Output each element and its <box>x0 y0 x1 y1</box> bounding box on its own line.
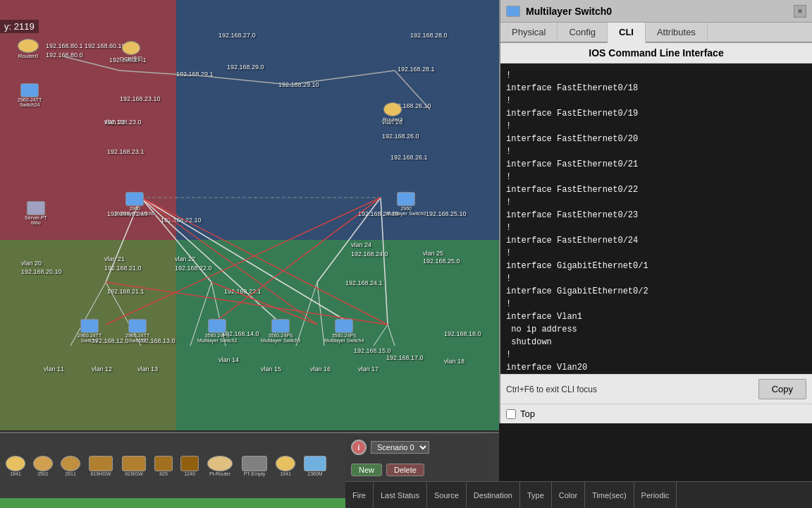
tab-attributes[interactable]: Attributes <box>646 23 708 42</box>
router-dce[interactable]: DCE接口 <box>120 41 143 63</box>
device-icon-ptrouter[interactable]: Pt-Router <box>204 456 236 476</box>
cli-header: IOS Command Line Interface <box>500 43 812 64</box>
ip-label-34: 192.168.24.1 <box>345 279 383 286</box>
ip-label-1: 192.168.60.10 <box>85 42 125 49</box>
ip-label-28: vlan 24 <box>351 241 371 248</box>
panel-device-icon <box>506 6 520 17</box>
status-type: Type <box>520 482 552 508</box>
ip-label-41: vlan 11 <box>44 365 64 373</box>
ip-label-0: 192.168.80.1 <box>46 42 83 49</box>
ip-label-8: 192.168.28.0 <box>410 32 448 39</box>
packet-icon: i <box>351 440 367 455</box>
ip-label-15: 192.168.23.1 <box>107 148 144 155</box>
router3-device[interactable]: Router3 <box>383 102 402 123</box>
multilayer-switch1[interactable]: 2960Multilayer Switch0 <box>386 192 426 216</box>
status-fire: Fire <box>345 482 374 508</box>
multilayer-switch0[interactable]: 2960Multilayer Switch0 <box>115 192 154 216</box>
scenario-row: i Scenario 0 <box>345 436 486 459</box>
ip-label-23: vlan 20 <box>21 260 42 267</box>
device-icon-1941b[interactable]: 1941 <box>273 456 298 476</box>
panel-title: Multilayer Switch0 <box>526 6 788 17</box>
status-source: Source <box>427 482 467 508</box>
device-icon-829[interactable]: 829 <box>152 456 176 476</box>
ip-label-39: 192.168.17.0 <box>386 354 424 361</box>
tab-config[interactable]: Config <box>558 23 608 42</box>
router0-device[interactable]: Router0 <box>18 39 39 59</box>
panel-close-button[interactable]: × <box>794 5 806 18</box>
ip-label-5: 192.168.29.0 <box>227 64 264 71</box>
device-icon-2360m[interactable]: 2360M <box>300 456 330 476</box>
ip-label-16: vlan 23 <box>104 119 125 126</box>
switch3-device[interactable]: 2960-24TTSwitch3 <box>125 319 149 343</box>
ip-label-30: vlan 25 <box>423 250 443 257</box>
ip-label-31: 192.168.25.0 <box>423 258 460 265</box>
delete-button[interactable]: Delete <box>386 464 424 476</box>
ip-label-33: 192.168.22.1 <box>224 288 262 295</box>
device-icon-819hgw[interactable]: 819HGW <box>85 456 116 476</box>
ip-label-10: 192.168.23.10 <box>120 95 161 102</box>
top-checkbox[interactable] <box>506 409 516 419</box>
ip-label-4: 192.168.27.0 <box>219 32 256 39</box>
cli-bottom-bar: Ctrl+F6 to exit CLI focus Copy <box>500 374 812 404</box>
device-icon-2501[interactable]: 2501 <box>30 456 56 476</box>
device-panel: Multilayer Switch0 × Physical Config CLI… <box>499 0 812 423</box>
cli-terminal[interactable]: ! interface FastEthernet0/18 ! interface… <box>500 64 812 374</box>
device-icon-819hgw2[interactable]: 819IGW <box>118 456 149 476</box>
scenario-select[interactable]: Scenario 0 <box>371 441 429 454</box>
ip-label-13: 192.168.26.1 <box>390 154 428 161</box>
switch2-device[interactable]: 2960-24TTSwitch2 <box>78 319 102 343</box>
copy-button[interactable]: Copy <box>758 379 806 399</box>
tab-physical[interactable]: Physical <box>500 23 558 42</box>
coords-label: y: 2119 <box>0 20 39 33</box>
panel-titlebar: Multilayer Switch0 × <box>500 0 812 23</box>
status-periodic: Periodic <box>634 482 677 508</box>
ip-label-21: 192.168.25.10 <box>426 210 467 217</box>
server-pt-device[interactable]: Server-PTblou <box>25 201 47 225</box>
cli-top-row: Top <box>500 404 812 423</box>
scenario-buttons: New Delete <box>345 459 486 481</box>
cli-hint: Ctrl+F6 to exit CLI focus <box>506 385 753 394</box>
ip-label-9: 192.168.28.1 <box>398 66 435 73</box>
status-destination: Destination <box>467 482 520 508</box>
ip-label-47: vlan 17 <box>358 365 379 373</box>
device-icon-1941[interactable]: 1941 <box>3 456 28 476</box>
device-icon-1240[interactable]: 1240 <box>178 456 202 476</box>
ip-label-46: vlan 16 <box>310 365 331 373</box>
ip-label-42: vlan 12 <box>92 365 112 373</box>
switch5-device[interactable]: 3560-24PSMultilayer Switch3 <box>261 319 300 343</box>
status-last: Last Status <box>374 482 427 508</box>
switch4-device[interactable]: 3560-24PSMultilayer Switch2 <box>197 319 237 343</box>
top-label: Top <box>520 409 535 419</box>
status-bar: Fire Last Status Source Destination Type… <box>345 481 812 508</box>
ip-label-7: 192.168.29.10 <box>278 81 319 88</box>
switch6-device[interactable]: 3560-24PSMultilayer Switch4 <box>324 319 364 343</box>
ip-label-24: vlan 21 <box>104 255 125 262</box>
ip-label-43: vlan 13 <box>137 365 158 373</box>
ip-label-25: 192.168.21.0 <box>104 265 142 272</box>
ip-label-2: 192.168.80.0 <box>46 52 83 59</box>
ip-label-44: vlan 14 <box>219 356 239 363</box>
ip-label-32: 192.168.21.1 <box>107 288 144 295</box>
device-icon-2911[interactable]: 2911 <box>58 456 83 476</box>
status-color: Color <box>552 482 585 508</box>
ip-label-45: vlan 15 <box>261 365 281 373</box>
ip-label-27: 192.168.22.0 <box>175 265 212 272</box>
ip-label-48: vlan 18 <box>444 358 465 365</box>
ip-label-26: vlan 22 <box>175 255 195 262</box>
network-canvas: y: 2119 192.168.80.1192.168.60.10192.168… <box>0 0 499 508</box>
ip-label-40: 192.168.18.0 <box>444 330 481 337</box>
ip-label-22: 192.168.20.10 <box>21 268 62 275</box>
new-button[interactable]: New <box>351 464 382 476</box>
ip-label-38: 192.168.15.0 <box>354 347 391 354</box>
panel-tabs: Physical Config CLI Attributes <box>500 23 812 43</box>
tab-cli[interactable]: CLI <box>608 23 646 43</box>
ip-label-29: 192.168.24.0 <box>351 250 388 258</box>
ip-label-19: 192.168.22.10 <box>161 217 202 224</box>
ip-label-12: 192.168.26.0 <box>382 133 419 140</box>
status-time: Time(sec) <box>585 482 634 508</box>
device-icon-ptempty[interactable]: PT-Empty <box>238 456 271 476</box>
ip-label-6: 192.168.29.1 <box>176 71 214 78</box>
switch24tt-device[interactable]: 2960-24TTSwitch24 <box>18 83 42 107</box>
